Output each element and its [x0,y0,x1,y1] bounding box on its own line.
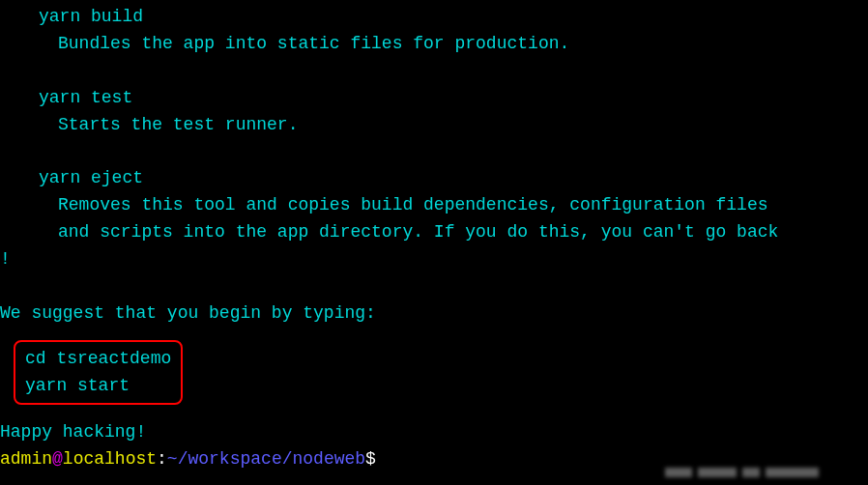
happy-hacking-line: Happy hacking! [0,419,868,446]
script-command-build: yarn build [0,4,868,31]
prompt-dollar: $ [365,449,376,469]
blank-line [0,405,868,418]
highlighted-commands-box: cd tsreactdemo yarn start [14,340,183,406]
prompt-at: @ [52,449,63,469]
cd-arg: tsreactdemo [46,349,172,368]
blank-line [0,138,868,165]
boxed-command-cd: cd tsreactdemo [25,346,171,373]
script-desc-eject-1: Removes this tool and copies build depen… [0,192,868,219]
script-command-eject: yarn eject [0,165,868,192]
prompt-host: localhost [63,449,157,469]
script-desc-build: Bundles the app into static files for pr… [0,31,868,58]
blank-line [0,273,868,300]
terminal-output[interactable]: yarn build Bundles the app into static f… [0,4,868,485]
prompt-user: admin [0,449,52,469]
blurred-text [665,460,858,475]
blank-line [0,328,868,336]
prompt-path: ~/workspace/nodeweb [167,449,365,469]
script-desc-eject-2: and scripts into the app directory. If y… [0,219,868,246]
script-output: yarn build Bundles the app into static f… [0,4,868,446]
boxed-command-yarn-start: yarn start [25,373,171,400]
script-desc-eject-3: ! [0,246,868,273]
script-desc-test: Starts the test runner. [0,112,868,139]
prompt-colon: : [157,449,167,469]
cd-command: cd [25,349,46,368]
suggest-line: We suggest that you begin by typing: [0,300,868,328]
script-command-test: yarn test [0,85,868,112]
blank-line [0,58,868,85]
